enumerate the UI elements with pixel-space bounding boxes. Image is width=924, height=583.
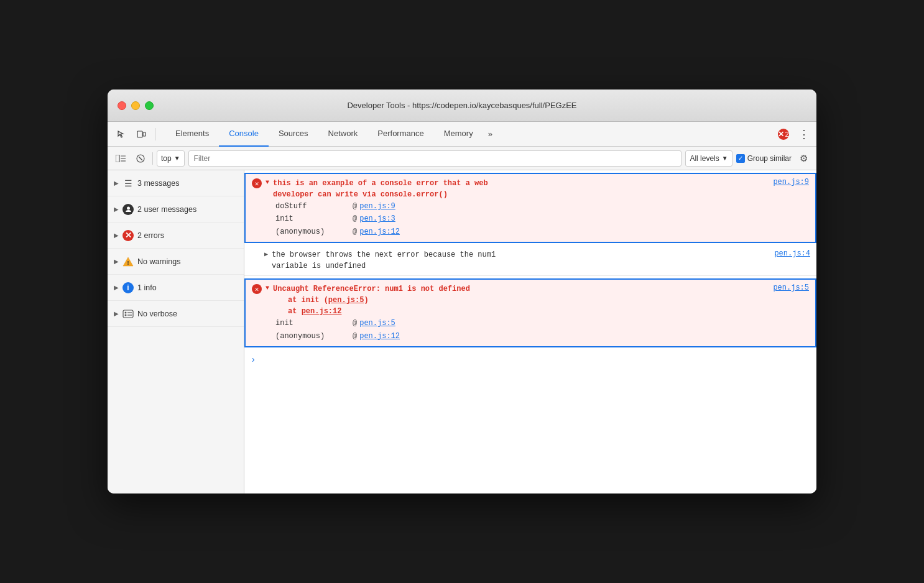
- svg-point-11: [125, 311, 127, 313]
- inspect-element-button[interactable]: [113, 126, 130, 142]
- kebab-menu-button[interactable]: ⋮: [797, 123, 811, 145]
- tab-performance[interactable]: Performance: [367, 122, 433, 147]
- sidebar: ▶ ☰ 3 messages ▶ 2 user messages: [108, 170, 244, 493]
- log-stack-trace: doStuff @ pen.js:9 init @ pen.js:3 (anon…: [275, 200, 809, 238]
- tab-more-button[interactable]: »: [483, 122, 497, 147]
- stack-link[interactable]: pen.js:12: [359, 226, 400, 238]
- error-icon: ✕: [252, 284, 262, 294]
- console-prompt: ›: [244, 350, 816, 370]
- log-header: ✕ ▼ this is an example of a console erro…: [252, 178, 809, 200]
- error-count-badge: ✕ 2: [778, 129, 789, 140]
- settings-gear-button[interactable]: ⚙: [795, 150, 811, 167]
- stack-line: init @ pen.js:5: [275, 317, 809, 329]
- svg-text:!: !: [127, 260, 129, 266]
- sidebar-user-messages-label: 2 user messages: [137, 205, 196, 214]
- prompt-arrow-icon: ›: [251, 355, 256, 365]
- log-error-text: this is an example of a console error th…: [273, 178, 769, 200]
- svg-line-7: [139, 157, 142, 160]
- stack-line: (anonymous) @ pen.js:12: [275, 226, 809, 238]
- levels-arrow-icon: ▼: [722, 155, 728, 162]
- expand-arrow-icon: ▶: [114, 258, 119, 265]
- stack-link[interactable]: pen.js:9: [359, 200, 395, 213]
- checkbox-icon: ✓: [736, 154, 745, 163]
- sidebar-errors-label: 2 errors: [137, 231, 164, 240]
- window-title: Developer Tools - https://codepen.io/kay…: [347, 101, 576, 110]
- inline-link[interactable]: pen.js:5: [328, 296, 364, 305]
- sidebar-warnings-label: No warnings: [137, 257, 180, 266]
- sidebar-info-label: 1 info: [137, 283, 157, 292]
- expand-arrow-icon: ▶: [114, 180, 119, 186]
- error-icon-sm: ✕: [778, 130, 784, 139]
- log-error-text-2: Uncaught ReferenceError: num1 is not def…: [273, 283, 769, 317]
- svg-rect-2: [116, 155, 119, 162]
- stack-line: init @ pen.js:3: [275, 213, 809, 225]
- traffic-lights: [118, 101, 154, 110]
- devtools-window: Developer Tools - https://codepen.io/kay…: [108, 90, 816, 493]
- expand-triangle-icon[interactable]: ▼: [266, 179, 269, 186]
- sidebar-verbose-label: No verbose: [137, 310, 177, 318]
- warnings-icon: !: [122, 256, 134, 267]
- svg-rect-1: [143, 132, 146, 136]
- group-similar-checkbox[interactable]: ✓ Group similar: [736, 154, 792, 163]
- svg-rect-0: [137, 131, 142, 137]
- sidebar-item-verbose[interactable]: ▶ No verbose: [108, 301, 244, 327]
- sidebar-item-user-messages[interactable]: ▶ 2 user messages: [108, 196, 244, 223]
- stack-line: (anonymous) @ pen.js:12: [275, 330, 809, 342]
- stack-link[interactable]: pen.js:5: [359, 317, 395, 329]
- filter-bar: top ▼ All levels ▼ ✓ Group similar ⚙: [108, 147, 816, 170]
- user-messages-icon: [122, 204, 134, 215]
- group-similar-label: Group similar: [747, 154, 792, 163]
- tab-elements[interactable]: Elements: [165, 122, 219, 147]
- svg-point-8: [127, 207, 130, 210]
- minimize-button[interactable]: [131, 101, 140, 110]
- stack-link[interactable]: pen.js:12: [359, 330, 400, 342]
- tab-memory[interactable]: Memory: [434, 122, 483, 147]
- sidebar-item-warnings[interactable]: ▶ ! No warnings: [108, 249, 244, 275]
- expand-triangle-icon[interactable]: ▼: [266, 285, 269, 292]
- sidebar-item-errors[interactable]: ▶ ✕ 2 errors: [108, 223, 244, 249]
- inline-link-2[interactable]: pen.js:12: [302, 307, 342, 316]
- stack-line: doStuff @ pen.js:9: [275, 200, 809, 213]
- collapse-triangle-icon[interactable]: ▶: [264, 250, 268, 258]
- log-location-link[interactable]: pen.js:9: [773, 178, 809, 186]
- toolbar: Elements Console Sources Network Perform…: [108, 122, 816, 147]
- dropdown-arrow-icon: ▼: [174, 155, 180, 162]
- log-location-link[interactable]: pen.js:4: [774, 249, 810, 258]
- messages-icon: ☰: [122, 178, 134, 189]
- errors-icon: ✕: [122, 230, 134, 241]
- maximize-button[interactable]: [145, 101, 154, 110]
- sidebar-toggle-button[interactable]: [113, 150, 129, 167]
- filter-input[interactable]: [188, 150, 682, 167]
- tab-network[interactable]: Network: [318, 122, 368, 147]
- context-dropdown[interactable]: top ▼: [157, 150, 185, 167]
- tab-console[interactable]: Console: [219, 122, 269, 147]
- log-entry-error-1: ✕ ▼ this is an example of a console erro…: [244, 173, 816, 243]
- expand-arrow-icon: ▶: [114, 284, 119, 291]
- svg-rect-10: [123, 310, 133, 318]
- log-header: ✕ ▼ Uncaught ReferenceError: num1 is not…: [252, 283, 809, 317]
- log-stack-trace-2: init @ pen.js:5 (anonymous) @ pen.js:12: [275, 317, 809, 342]
- tab-sources[interactable]: Sources: [269, 122, 318, 147]
- close-button[interactable]: [118, 101, 126, 110]
- log-info-text: the browser throws the next error becaus…: [272, 249, 770, 272]
- filter-separator: [152, 152, 153, 165]
- expand-arrow-icon: ▶: [114, 310, 119, 317]
- sidebar-item-messages[interactable]: ▶ ☰ 3 messages: [108, 170, 244, 196]
- tab-bar: Elements Console Sources Network Perform…: [160, 122, 775, 147]
- error-icon: ✕: [252, 178, 262, 188]
- console-output: ✕ ▼ this is an example of a console erro…: [244, 170, 816, 493]
- stack-link[interactable]: pen.js:3: [359, 213, 395, 225]
- titlebar: Developer Tools - https://codepen.io/kay…: [108, 90, 816, 122]
- clear-console-button[interactable]: [132, 150, 149, 167]
- levels-dropdown[interactable]: All levels ▼: [685, 150, 732, 167]
- log-entry-error-2: ✕ ▼ Uncaught ReferenceError: num1 is not…: [244, 278, 816, 347]
- verbose-icon: [122, 308, 134, 319]
- info-icon: i: [122, 282, 134, 293]
- toolbar-separator: [155, 128, 155, 140]
- svg-point-12: [125, 314, 127, 316]
- sidebar-messages-label: 3 messages: [137, 179, 179, 188]
- device-toggle-button[interactable]: [132, 126, 150, 142]
- sidebar-item-info[interactable]: ▶ i 1 info: [108, 275, 244, 301]
- expand-arrow-icon: ▶: [114, 232, 119, 239]
- log-location-link[interactable]: pen.js:5: [773, 283, 809, 292]
